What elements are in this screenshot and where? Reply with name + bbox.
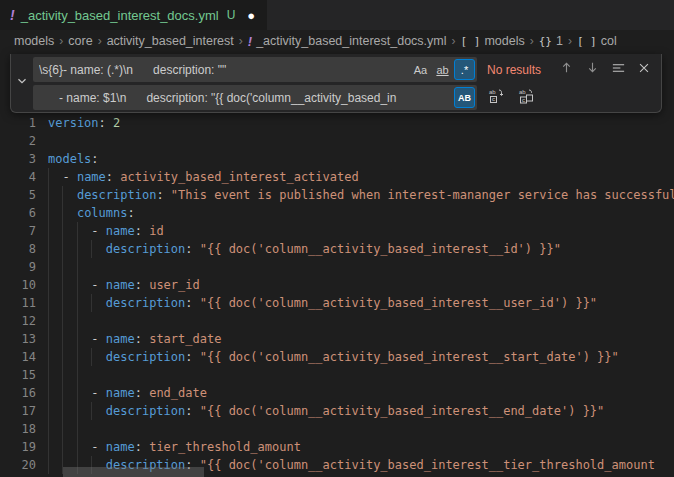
line-content [48,258,674,276]
indent-guide [48,186,49,204]
find-in-selection-button[interactable] [607,59,629,81]
code-token: : [135,224,142,238]
code-token: end_date [142,386,207,400]
indent-guide [62,258,63,276]
indent-guide [48,204,49,222]
indent-guide [48,276,49,294]
code-token: : [135,386,142,400]
breadcrumb-label: activity_based_interest [107,34,234,48]
line-number: 9 [0,258,36,276]
editor[interactable]: 1version: 223models:4 - name: activity_b… [0,52,674,477]
find-input[interactable] [33,63,409,77]
svg-text:c: c [492,96,495,102]
indent-guide [77,276,78,294]
code-line[interactable]: 10 - name: user_id [0,276,674,294]
line-content: - name: id [48,222,674,240]
line-content [48,366,674,384]
find-status: No results [487,63,541,77]
indent-guide [48,384,49,402]
code-token: : [156,188,163,202]
breadcrumb-item--activity-based-interest-docs-yml[interactable]: !_activity_based_interest_docs.yml [248,34,447,49]
line-content: description: "{{ doc('column__activity_b… [48,294,674,312]
breadcrumb-separator-icon: › [452,34,456,48]
breadcrumb-item-core[interactable]: core [68,34,92,48]
code-line[interactable]: 8 description: "{{ doc('column__activity… [0,240,674,258]
close-button[interactable] [633,59,655,81]
breadcrumb-item-models[interactable]: models [14,34,54,48]
replace-button[interactable]: ab c [485,87,507,109]
code-line[interactable]: 14 description: "{{ doc('column__activit… [0,348,674,366]
line-number: 18 [0,420,36,438]
code-token: : [91,152,98,166]
breadcrumb-item-1[interactable]: {}1 [539,34,563,48]
indent-guide [48,420,49,438]
code-line[interactable]: 9 [0,258,674,276]
code-line[interactable]: 19 - name: tier_threshold_amount [0,438,674,456]
indent-guide [62,294,63,312]
modified-indicator-icon[interactable]: ● [247,8,255,23]
breadcrumb-item-col[interactable]: [ ]col [577,34,617,48]
code-line[interactable]: 15 [0,366,674,384]
match-case-button[interactable]: Aa [410,59,431,80]
code-token: : [135,332,142,346]
indent-guide [48,258,49,276]
regex-button[interactable]: .* [454,59,475,80]
replace-all-button[interactable]: ab c [515,87,537,109]
code-token: name [106,278,135,292]
previous-match-button[interactable] [555,59,577,81]
code-line[interactable]: 7 - name: id [0,222,674,240]
line-number: 8 [0,240,36,258]
svg-text:c: c [522,96,525,102]
breadcrumb-item-models[interactable]: [ ]models [461,34,525,48]
indent-guide [48,330,49,348]
svg-text:ab: ab [489,89,496,95]
code-token: columns [77,206,128,220]
line-number: 15 [0,366,36,384]
indent-guide [91,294,92,312]
code-token: : [135,440,142,454]
line-number: 4 [0,168,36,186]
indent-guide [77,240,78,258]
toggle-replace-button[interactable] [11,54,33,112]
horizontal-scrollbar[interactable] [63,467,204,477]
indent-guide [62,240,63,258]
code-line[interactable]: 13 - name: start_date [0,330,674,348]
preserve-case-button[interactable]: AB [454,87,475,108]
code-line[interactable]: 11 description: "{{ doc('column__activit… [0,294,674,312]
code-line[interactable]: 4 - name: activity_based_interest_activa… [0,168,674,186]
code-token: "{{ doc('column__activity_based_interest… [193,404,605,418]
breadcrumb-item-activity-based-interest[interactable]: activity_based_interest [107,34,234,48]
indent-guide [48,456,49,474]
close-icon [637,61,651,79]
find-row: Aa ab .* No results [33,57,657,82]
line-number: 17 [0,402,36,420]
tab-bar: ! _activity_based_interest_docs.yml U ● [0,0,674,30]
code-line[interactable]: 6 columns: [0,204,674,222]
code-line[interactable]: 17 description: "{{ doc('column__activit… [0,402,674,420]
code-line[interactable]: 2 [0,132,674,150]
code-token: "This event is published when interest-m… [164,188,674,202]
code-line[interactable]: 3models: [0,150,674,168]
code-token: name [106,332,135,346]
code-area[interactable]: 1version: 223models:4 - name: activity_b… [0,114,674,474]
code-line[interactable]: 1version: 2 [0,114,674,132]
vscode-window: ! _activity_based_interest_docs.yml U ● … [0,0,674,477]
code-token: : [185,296,192,310]
indent-guide [48,168,49,186]
code-token: name [106,224,135,238]
line-number: 3 [0,150,36,168]
editor-tab[interactable]: ! _activity_based_interest_docs.yml U ● [0,0,267,30]
next-match-button[interactable] [581,59,603,81]
whole-word-button[interactable]: ab [432,59,453,80]
replace-input[interactable] [33,91,453,105]
code-line[interactable]: 18 [0,420,674,438]
indent-guide [77,294,78,312]
code-line[interactable]: 12 [0,312,674,330]
indent-guide [91,348,92,366]
code-token: : [185,350,192,364]
code-token: user_id [142,278,200,292]
line-number: 20 [0,456,36,474]
line-number: 7 [0,222,36,240]
code-line[interactable]: 5 description: "This event is published … [0,186,674,204]
code-line[interactable]: 16 - name: end_date [0,384,674,402]
